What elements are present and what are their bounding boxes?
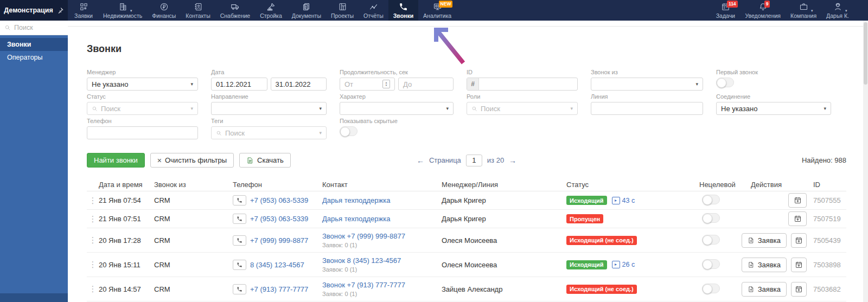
sidebar-search-input[interactable]: Поиск bbox=[0, 21, 68, 35]
workspace-switcher[interactable]: Демонстрация bbox=[0, 0, 68, 21]
construction-icon bbox=[266, 2, 276, 11]
nav-item-report-chart[interactable]: ▾ Отчёты bbox=[359, 0, 388, 21]
phone-link[interactable]: +7 (999) 999-8877 bbox=[250, 236, 308, 245]
connection-select[interactable]: Не указано ▾ bbox=[716, 102, 831, 115]
contact-link[interactable]: Звонок 8 (345) 123-4567 bbox=[322, 256, 401, 265]
column-header: Нецелевой bbox=[699, 181, 751, 189]
untargeted-toggle[interactable] bbox=[702, 259, 720, 269]
call-back-button[interactable] bbox=[233, 195, 246, 205]
nav-item-projects[interactable]: ▾ Проекты bbox=[326, 0, 359, 21]
nav-item-label: Задачи bbox=[716, 12, 735, 19]
call-back-button[interactable] bbox=[233, 235, 246, 246]
tags-filter-select[interactable]: Поиск ▾ bbox=[211, 126, 327, 139]
schedule-task-button[interactable] bbox=[791, 233, 807, 248]
date-to-input[interactable]: 31.01.2022 bbox=[271, 78, 327, 91]
call-back-button[interactable] bbox=[233, 214, 246, 224]
contact-link[interactable]: Дарья техподдержка bbox=[322, 196, 390, 204]
call-back-button[interactable] bbox=[233, 284, 246, 294]
prev-page-button[interactable]: ← bbox=[417, 156, 424, 165]
call-source: CRM bbox=[154, 285, 233, 293]
scrollbar-thumb[interactable] bbox=[864, 22, 867, 85]
contact-link[interactable]: Звонок +7 (913) 777-7777 bbox=[322, 281, 405, 289]
untargeted-toggle[interactable] bbox=[702, 213, 720, 223]
contact-link[interactable]: Звонок +7 (999) 999-8877 bbox=[322, 232, 405, 240]
nav-item-grid[interactable]: ▾ Заявки bbox=[69, 0, 98, 21]
character-select[interactable]: ▾ bbox=[340, 102, 454, 115]
roles-filter-select[interactable]: Поиск ▾ bbox=[467, 102, 578, 115]
nav-item-contacts[interactable]: ▾ Контакты bbox=[181, 0, 215, 21]
nav-item-phone[interactable]: ▾ Звонки bbox=[388, 0, 418, 21]
download-button[interactable]: Скачать bbox=[239, 153, 291, 168]
play-icon: ▸ bbox=[612, 197, 620, 204]
clear-filters-button[interactable]: × Очистить фильтры bbox=[150, 153, 234, 168]
schedule-task-button[interactable] bbox=[788, 193, 807, 208]
row-menu-button[interactable]: ⋮ bbox=[87, 196, 99, 205]
play-recording-button[interactable]: ▸ 43 с bbox=[612, 197, 635, 204]
phone-icon bbox=[237, 237, 242, 243]
line-input[interactable] bbox=[591, 102, 703, 115]
schedule-task-button[interactable] bbox=[791, 258, 807, 272]
nav-item-documents[interactable]: ▾ Документы bbox=[287, 0, 326, 21]
untargeted-toggle[interactable] bbox=[702, 235, 720, 245]
call-back-button[interactable] bbox=[233, 260, 246, 270]
nav-item-briefcase[interactable]: ▾ Компания bbox=[786, 0, 821, 21]
schedule-task-button[interactable] bbox=[788, 211, 807, 226]
next-page-button[interactable]: → bbox=[509, 156, 516, 165]
status-badge: Исходящий bbox=[566, 196, 607, 205]
sidebar-item-calls[interactable]: Звонки bbox=[0, 38, 68, 51]
nav-item-bell[interactable]: 9 ▾ Уведомления bbox=[740, 0, 786, 21]
phone-link[interactable]: 8 (345) 123-4567 bbox=[250, 261, 304, 269]
chevron-down-icon: ▾ bbox=[695, 81, 698, 87]
row-menu-button[interactable]: ⋮ bbox=[87, 284, 99, 294]
chevron-down-icon: ▾ bbox=[446, 106, 449, 111]
find-calls-button[interactable]: Найти звонки bbox=[87, 153, 145, 168]
call-datetime: 20 Янв 15:11 bbox=[99, 261, 154, 269]
id-filter-input[interactable]: # bbox=[467, 78, 578, 91]
create-request-button[interactable]: Заявка bbox=[742, 258, 787, 272]
show-hidden-toggle[interactable] bbox=[340, 126, 358, 136]
schedule-task-button[interactable] bbox=[791, 282, 807, 297]
pin-icon[interactable] bbox=[57, 7, 64, 14]
call-from-select[interactable]: ▾ bbox=[591, 78, 703, 91]
nav-item-tasks-calendar[interactable]: 114 ▾ Задачи bbox=[711, 0, 740, 21]
contact-link[interactable]: Дарья техподдержка bbox=[322, 215, 390, 223]
calls-table: Дата и времяЗвонок изТелефонКонтактМенед… bbox=[87, 178, 846, 301]
nav-item-ruble[interactable]: ▾ Финансы bbox=[147, 0, 181, 21]
phone-link[interactable]: +7 (953) 063-5339 bbox=[250, 196, 308, 204]
actions-row: Найти звонки × Очистить фильтры Скачать … bbox=[87, 153, 846, 168]
duration-from-input[interactable]: От ▲▼ bbox=[340, 78, 395, 91]
nav-item-user[interactable]: ▾ Дарья К. bbox=[821, 0, 854, 21]
date-from-input[interactable]: 01.12.2021 bbox=[211, 78, 267, 91]
row-menu-button[interactable]: ⋮ bbox=[87, 260, 99, 269]
duration-to-input[interactable]: До bbox=[398, 78, 454, 91]
phone-filter-label: Телефон bbox=[87, 118, 198, 124]
nav-item-construction[interactable]: ▾ Стройка bbox=[255, 0, 287, 21]
first-call-toggle[interactable] bbox=[716, 78, 734, 87]
status-filter-select[interactable]: Поиск ▾ bbox=[87, 102, 198, 115]
nav-item-building[interactable]: ▾ Недвижимость bbox=[98, 0, 147, 21]
character-filter-label: Характер bbox=[340, 93, 454, 100]
phone-filter-input[interactable] bbox=[87, 126, 198, 139]
sidebar-item-operators[interactable]: Операторы bbox=[0, 51, 68, 64]
untargeted-toggle[interactable] bbox=[702, 195, 720, 204]
phone-link[interactable]: +7 (953) 063-5339 bbox=[250, 215, 308, 223]
play-recording-button[interactable]: ▸ 26 с bbox=[612, 261, 635, 268]
manager-filter-select[interactable]: Не указано ▾ bbox=[87, 78, 198, 91]
direction-select[interactable]: ▾ bbox=[211, 102, 327, 115]
nav-item-truck[interactable]: ▾ Снабжение bbox=[215, 0, 255, 21]
create-request-button[interactable]: Заявка bbox=[742, 282, 787, 297]
excel-doc-icon bbox=[246, 157, 254, 164]
phone-link[interactable]: +7 (913) 777-7777 bbox=[250, 285, 308, 293]
page-number-input[interactable]: 1 bbox=[466, 155, 482, 166]
number-stepper-icon[interactable]: ▲▼ bbox=[382, 80, 390, 88]
row-menu-button[interactable]: ⋮ bbox=[87, 235, 99, 245]
create-request-button[interactable]: Заявка bbox=[742, 233, 787, 248]
calendar-plus-icon bbox=[794, 196, 802, 204]
nav-item-analytics[interactable]: NEW ▾ Аналитика bbox=[418, 0, 456, 21]
untargeted-toggle[interactable] bbox=[702, 284, 720, 293]
row-menu-button[interactable]: ⋮ bbox=[87, 214, 99, 224]
show-hidden-filter-label: Показывать скрытые bbox=[340, 118, 454, 124]
scrollbar[interactable] bbox=[863, 21, 868, 302]
phone-icon bbox=[237, 286, 242, 292]
user-icon bbox=[833, 2, 843, 11]
